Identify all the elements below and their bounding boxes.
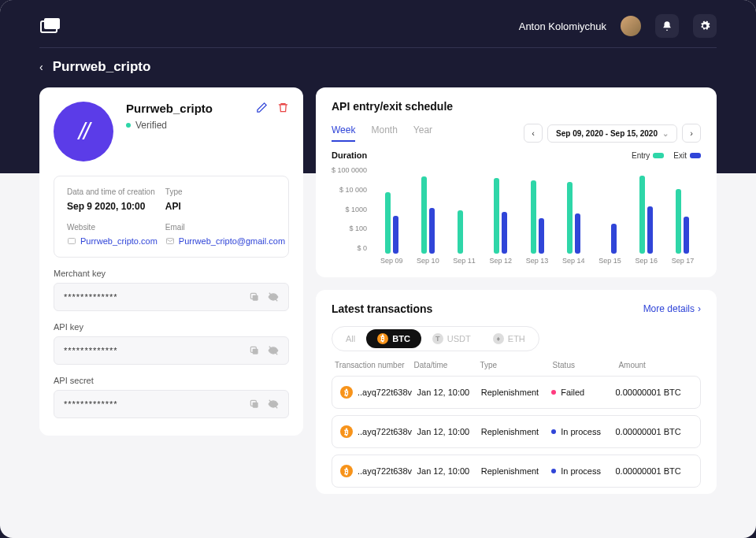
eye-off-icon[interactable] [268, 345, 279, 356]
copy-icon[interactable] [249, 345, 260, 356]
profile-name: Purrweb_cripto [126, 102, 243, 115]
website-label: Website [67, 223, 158, 232]
bitcoin-icon: ₿ [340, 425, 353, 438]
profile-card: // Purrweb_cripto Verified [39, 87, 303, 436]
prev-button[interactable]: ‹ [524, 124, 543, 143]
settings-button[interactable] [693, 14, 717, 38]
profile-logo: // [54, 102, 113, 161]
next-button[interactable]: › [682, 124, 701, 143]
gear-icon [699, 20, 710, 32]
avatar[interactable] [621, 16, 641, 36]
svg-rect-4 [253, 295, 258, 301]
tab-year[interactable]: Year [413, 124, 432, 142]
chart-card: API entry/exit schedule Week Month Year … [316, 87, 717, 277]
email-label: Email [165, 223, 285, 232]
copy-icon[interactable] [249, 291, 260, 302]
notifications-button[interactable] [655, 14, 679, 38]
bell-icon [662, 20, 673, 32]
duration-label: Duration [332, 150, 367, 160]
merchant-key-label: Merchant key [54, 269, 289, 278]
chart-title: API entry/exit schedule [332, 100, 701, 113]
api-secret-field: ************* [54, 390, 289, 418]
tab-month[interactable]: Month [371, 124, 397, 142]
chevron-right-icon: › [698, 303, 701, 314]
tab-week[interactable]: Week [332, 124, 355, 142]
coin-tab-btc[interactable]: ₿BTC [366, 329, 421, 348]
page-title: Purrweb_cripto [53, 59, 151, 75]
bitcoin-icon: ₿ [340, 465, 353, 477]
back-button[interactable]: ‹ [39, 61, 43, 73]
table-header: Transaction number Data/time Type Status… [332, 361, 701, 376]
verified-badge: Verified [126, 120, 243, 131]
svg-rect-8 [253, 349, 258, 354]
globe-icon [67, 236, 76, 246]
svg-rect-2 [69, 239, 76, 244]
transactions-card: Latest transactions More details › All ₿… [316, 290, 717, 494]
coin-tabs: All ₿BTC TUSDT ♦ETH [332, 326, 539, 351]
api-key-label: API key [54, 322, 289, 332]
bitcoin-icon: ₿ [377, 333, 388, 344]
eye-off-icon[interactable] [268, 291, 279, 302]
svg-rect-12 [253, 403, 258, 408]
delete-icon[interactable] [277, 102, 289, 113]
table-row[interactable]: ₿..ayq722t638vJan 12, 10:00Replenishment… [332, 415, 701, 448]
type-label: Type [165, 187, 285, 196]
type-value: API [165, 201, 285, 212]
mail-icon [165, 236, 175, 246]
table-row[interactable]: ₿..ayq722t638vJan 12, 10:00Replenishment… [332, 455, 701, 488]
table-row[interactable]: ₿..ayq722t638vJan 12, 10:00Replenishment… [332, 376, 701, 409]
edit-icon[interactable] [256, 102, 268, 113]
created-value: Sep 9 2020, 10:00 [67, 201, 158, 212]
chevron-down-icon: ⌄ [662, 129, 669, 138]
more-details-link[interactable]: More details › [643, 303, 701, 314]
copy-icon[interactable] [249, 399, 260, 410]
chart-area: $ 100 0000$ 10 000$ 1000$ 100$ 0 Sep 09S… [332, 166, 701, 265]
date-range-picker[interactable]: Sep 09, 2020 - Sep 15, 2020 ⌄ [547, 124, 677, 143]
eye-off-icon[interactable] [268, 399, 279, 410]
website-link[interactable]: Purrweb_cripto.com [67, 236, 158, 246]
chart-legend: Entry Exit [632, 151, 701, 160]
breadcrumb: ‹ Purrweb_cripto [0, 48, 756, 75]
email-link[interactable]: Purrweb_cripto@gmail.com [165, 236, 285, 246]
app-logo[interactable] [39, 17, 61, 35]
info-box: Data and time of creation Sep 9 2020, 10… [54, 176, 289, 258]
merchant-key-field: ************* [54, 283, 289, 311]
created-label: Data and time of creation [67, 187, 158, 196]
coin-tab-all[interactable]: All [335, 329, 366, 348]
coin-tab-eth[interactable]: ♦ETH [482, 329, 536, 348]
coin-tab-usdt[interactable]: TUSDT [421, 329, 482, 348]
transactions-title: Latest transactions [332, 302, 432, 315]
bitcoin-icon: ₿ [340, 386, 353, 399]
svg-rect-1 [44, 18, 60, 29]
api-key-field: ************* [54, 336, 289, 365]
api-secret-label: API secret [54, 376, 289, 385]
ethereum-icon: ♦ [493, 333, 504, 344]
username[interactable]: Anton Kolomiychuk [519, 20, 606, 32]
tether-icon: T [432, 333, 443, 344]
